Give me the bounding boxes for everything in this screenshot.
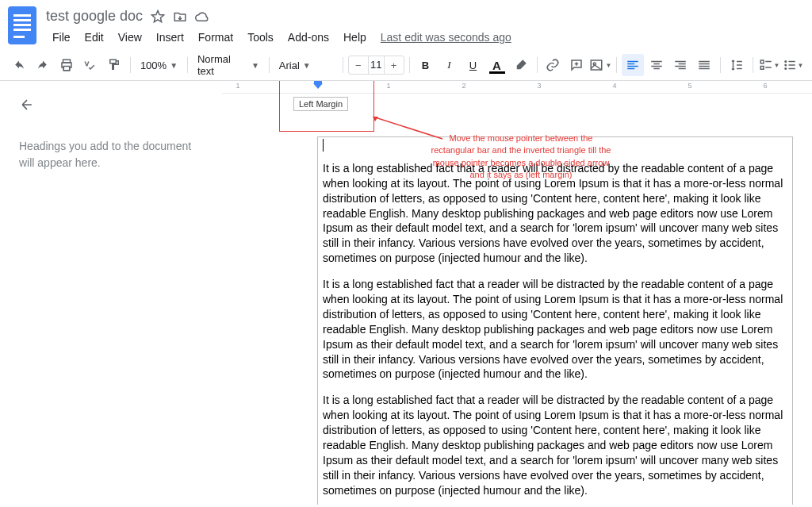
font-size-input[interactable]: 11 [368,56,385,74]
separator [616,57,617,73]
docs-logo[interactable] [8,6,36,44]
insert-comment-button[interactable] [565,54,588,76]
outline-back-button[interactable] [19,97,38,116]
ruler-tooltip: Left Margin [293,97,348,111]
align-right-button[interactable] [669,54,691,76]
outline-empty-message: Headings you add to the document will ap… [19,138,206,171]
menu-bar: File Edit View Insert Format Tools Add-o… [46,28,804,47]
ruler-label: 2 [462,82,465,90]
separator [409,57,410,73]
annotation-text: Move the mouse pointer between the recta… [430,133,612,182]
decrease-font-button[interactable]: − [349,56,368,74]
text-cursor [323,139,324,152]
document-title[interactable]: test google doc [46,8,143,25]
separator [187,57,188,73]
zoom-select[interactable]: 100%▼ [136,54,182,76]
svg-rect-1 [63,67,70,71]
left-indent-marker[interactable] [313,81,323,89]
svg-rect-4 [760,60,764,63]
highlight-button[interactable] [510,54,532,76]
redo-button[interactable] [32,54,54,76]
separator [130,57,131,73]
font-select[interactable]: Arial▼ [274,54,338,76]
menu-format[interactable]: Format [192,28,239,47]
menu-view[interactable]: View [112,28,148,47]
menu-help[interactable]: Help [337,28,373,47]
menu-edit[interactable]: Edit [79,28,110,47]
paragraph: It is a long established fact that a rea… [323,393,787,497]
move-icon[interactable] [173,10,187,24]
outline-panel: Headings you add to the document will ap… [0,81,222,505]
svg-rect-5 [760,67,764,70]
bulleted-list-button[interactable]: ▼ [782,54,804,76]
ruler-label: 4 [612,82,616,90]
ruler-label: 6 [763,82,767,90]
insert-link-button[interactable] [542,54,564,76]
line-spacing-button[interactable] [726,54,748,76]
italic-button[interactable]: I [439,54,461,76]
print-button[interactable] [56,54,78,76]
cloud-icon[interactable] [195,10,209,24]
ruler-label: 5 [688,82,691,90]
separator [537,57,538,73]
menu-file[interactable]: File [46,28,77,47]
star-icon[interactable] [151,10,165,24]
styles-select[interactable]: Normal text▼ [193,54,264,76]
increase-font-button[interactable]: + [385,56,404,74]
align-left-button[interactable] [622,54,644,76]
insert-image-button[interactable]: ▼ [589,54,611,76]
paint-format-button[interactable] [103,54,125,76]
svg-point-8 [784,67,787,70]
undo-button[interactable] [8,54,30,76]
separator [343,57,343,73]
spellcheck-button[interactable] [79,54,102,76]
last-edit-link[interactable]: Last edit was seconds ago [381,31,511,44]
checklist-button[interactable]: ▼ [758,54,780,76]
svg-point-7 [784,64,787,67]
align-justify-button[interactable] [693,54,715,76]
menu-addons[interactable]: Add-ons [282,28,335,47]
menu-tools[interactable]: Tools [241,28,280,47]
ruler-label: 1 [236,82,239,90]
text-color-button[interactable]: A [486,54,508,76]
align-center-button[interactable] [645,54,668,76]
svg-point-6 [784,60,787,63]
bold-button[interactable]: B [415,54,437,76]
underline-button[interactable]: U [462,54,485,76]
toolbar: 100%▼ Normal text▼ Arial▼ − 11 + B I U A… [0,50,812,81]
document-area: 1 1 2 3 4 5 6 Left Margin Move the mouse… [222,81,812,505]
ruler-label: 1 [386,82,390,90]
paragraph: It is a long established fact that a rea… [323,277,787,382]
separator [753,57,753,73]
ruler-label: 3 [537,82,541,90]
document-body[interactable]: It is a long established fact that a rea… [317,136,793,505]
menu-insert[interactable]: Insert [150,28,190,47]
separator [720,57,721,73]
separator [269,57,270,73]
